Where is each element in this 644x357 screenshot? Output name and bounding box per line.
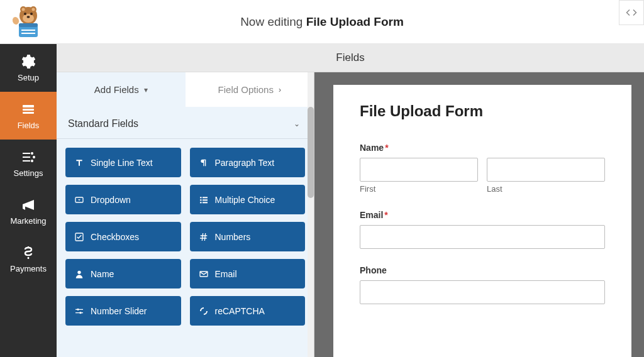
svg-rect-12 — [21, 33, 35, 34]
label-phone: Phone — [360, 265, 605, 275]
field-grid: Single Line Text Paragraph Text Dropdown… — [57, 139, 314, 334]
field-label: Dropdown — [91, 195, 131, 205]
preview-wrap: File Upload Form Name* First Last Email* — [314, 72, 644, 357]
last-sublabel: Last — [487, 184, 605, 194]
tab-label: Add Fields — [94, 84, 139, 95]
sidebar-item-payments[interactable]: Payments — [0, 235, 57, 283]
svg-point-19 — [31, 160, 33, 162]
svg-rect-14 — [23, 105, 34, 107]
svg-rect-16 — [23, 112, 34, 114]
embed-code-button[interactable] — [619, 0, 644, 25]
svg-point-3 — [22, 8, 25, 11]
field-multiple-choice[interactable]: Multiple Choice — [190, 185, 306, 214]
svg-rect-22 — [203, 197, 208, 198]
field-number-slider[interactable]: Number Slider — [65, 296, 181, 326]
svg-point-31 — [79, 312, 81, 314]
svg-rect-15 — [23, 109, 34, 111]
field-label: Checkboxes — [91, 232, 139, 242]
person-icon — [74, 269, 84, 279]
svg-point-4 — [32, 8, 35, 11]
sidebar-item-label: Marketing — [10, 216, 46, 226]
tab-add-fields[interactable]: Add Fields ▾ — [57, 72, 186, 107]
envelope-icon — [199, 269, 209, 279]
chevron-down-icon: ⌄ — [294, 119, 300, 128]
main-area: Add Fields ▾ Field Options › Standard Fi… — [57, 72, 644, 357]
field-label: Number Slider — [91, 306, 147, 316]
svg-rect-24 — [203, 199, 208, 200]
svg-rect-21 — [200, 197, 202, 198]
fields-panel: Add Fields ▾ Field Options › Standard Fi… — [57, 72, 314, 357]
form-title: File Upload Form — [360, 102, 605, 120]
sidebar-item-label: Payments — [10, 264, 47, 273]
field-name[interactable]: Name — [65, 259, 181, 288]
form-preview: File Upload Form Name* First Last Email* — [333, 85, 631, 357]
page-title: Now editing File Upload Form — [240, 15, 404, 29]
checkbox-icon — [74, 232, 84, 242]
svg-rect-25 — [200, 202, 202, 203]
main-sidebar: Setup Fields Settings Marketing Payments — [0, 44, 57, 357]
field-label: Paragraph Text — [215, 158, 275, 168]
list-icon — [199, 195, 209, 205]
svg-point-5 — [23, 14, 34, 23]
section-header: Fields — [57, 44, 644, 72]
svg-rect-26 — [203, 202, 208, 203]
svg-point-13 — [11, 16, 20, 25]
recaptcha-icon — [199, 306, 209, 316]
svg-rect-23 — [200, 199, 202, 200]
label-name: Name* — [360, 143, 605, 153]
label-email: Email* — [360, 210, 605, 220]
tab-field-options[interactable]: Field Options › — [186, 72, 314, 107]
phone-input[interactable] — [360, 280, 605, 304]
last-name-input[interactable] — [487, 158, 605, 182]
dropdown-icon — [74, 195, 84, 205]
field-numbers[interactable]: Numbers — [190, 222, 306, 251]
name-row: First Last — [360, 158, 605, 194]
svg-rect-11 — [21, 30, 35, 31]
field-dropdown[interactable]: Dropdown — [65, 185, 181, 214]
panel-scrollbar-thumb[interactable] — [308, 107, 314, 198]
sidebar-item-label: Settings — [14, 168, 43, 178]
svg-point-30 — [77, 308, 79, 310]
email-input[interactable] — [360, 225, 605, 249]
svg-point-7 — [30, 13, 33, 15]
required-asterisk: * — [385, 143, 388, 153]
sidebar-item-fields[interactable]: Fields — [0, 92, 57, 140]
svg-point-28 — [77, 270, 80, 273]
first-sublabel: First — [360, 184, 478, 194]
form-name: File Upload Form — [306, 15, 404, 28]
field-label: Single Line Text — [91, 158, 153, 168]
svg-point-6 — [24, 13, 26, 15]
chevron-down-icon: ▾ — [144, 85, 148, 94]
paragraph-icon — [199, 158, 209, 168]
tab-label: Field Options — [218, 84, 274, 95]
sidebar-item-label: Setup — [18, 73, 39, 82]
field-email[interactable]: Email — [190, 259, 306, 288]
field-checkboxes[interactable]: Checkboxes — [65, 222, 181, 251]
field-label: Name — [91, 269, 114, 279]
section-title: Standard Fields — [68, 118, 138, 129]
svg-point-18 — [33, 156, 35, 158]
brand-logo — [9, 3, 47, 41]
required-asterisk: * — [384, 210, 387, 220]
panel-tabs: Add Fields ▾ Field Options › — [57, 72, 314, 107]
field-recaptcha[interactable]: reCAPTCHA — [190, 296, 306, 326]
text-icon — [74, 158, 84, 168]
section-header-label: Fields — [336, 52, 364, 64]
sidebar-item-setup[interactable]: Setup — [0, 44, 57, 92]
svg-point-8 — [27, 16, 30, 18]
field-label: reCAPTCHA — [215, 306, 265, 316]
sidebar-item-label: Fields — [18, 121, 40, 130]
field-single-line-text[interactable]: Single Line Text — [65, 148, 181, 177]
svg-point-17 — [31, 152, 33, 155]
field-label: Email — [215, 269, 237, 279]
top-bar: Now editing File Upload Form — [0, 0, 644, 44]
sidebar-item-settings[interactable]: Settings — [0, 140, 57, 187]
svg-rect-10 — [19, 23, 38, 27]
field-paragraph-text[interactable]: Paragraph Text — [190, 148, 306, 177]
sidebar-item-marketing[interactable]: Marketing — [0, 187, 57, 235]
chevron-right-icon: › — [279, 85, 281, 94]
field-label: Multiple Choice — [215, 195, 275, 205]
first-name-input[interactable] — [360, 158, 478, 182]
section-standard-fields[interactable]: Standard Fields ⌄ — [57, 107, 311, 139]
slider-icon — [74, 306, 84, 316]
